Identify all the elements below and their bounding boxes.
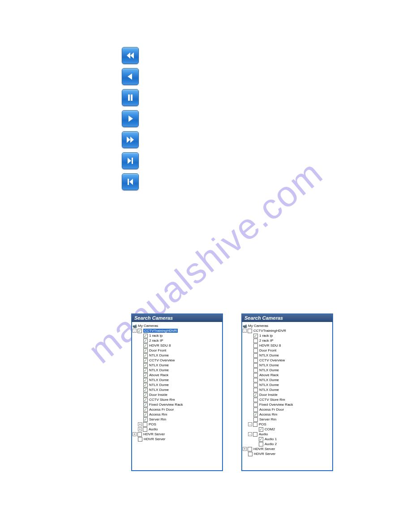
- tree-audio-node[interactable]: -Audio: [243, 432, 332, 437]
- tree-camera-item[interactable]: ✓CCTV Overview: [133, 358, 222, 363]
- fast-forward-button[interactable]: [122, 131, 139, 148]
- checkbox[interactable]: ✓: [143, 353, 148, 358]
- tree-camera-item[interactable]: ✓1 rack ip: [133, 333, 222, 338]
- tree-camera-item[interactable]: Access Fr Door: [243, 407, 332, 412]
- tree-camera-item[interactable]: NTLX Dome: [243, 353, 332, 358]
- checkbox[interactable]: [143, 427, 147, 432]
- expand-toggle-icon[interactable]: -: [248, 432, 252, 436]
- expand-toggle-icon[interactable]: +: [138, 427, 142, 431]
- checkbox[interactable]: [138, 437, 142, 442]
- checkbox[interactable]: [253, 343, 258, 348]
- checkbox[interactable]: [143, 422, 147, 427]
- expand-toggle-icon[interactable]: +: [243, 447, 247, 451]
- checkbox[interactable]: [253, 373, 258, 378]
- checkbox[interactable]: [253, 388, 258, 392]
- checkbox[interactable]: ✓: [143, 393, 148, 397]
- tree-camera-item[interactable]: ✓NTLX Dome: [133, 368, 222, 373]
- tree-pos-child[interactable]: ✓COM2: [243, 427, 332, 432]
- tree-server-node[interactable]: HDVR Server: [243, 451, 332, 456]
- checkbox[interactable]: ✓: [253, 334, 258, 338]
- tree-camera-item[interactable]: NTLX Dome: [243, 378, 332, 382]
- tree-camera-item[interactable]: Above Rack: [243, 373, 332, 378]
- tree-camera-item[interactable]: CCTV Store Rm: [243, 397, 332, 402]
- checkbox[interactable]: [253, 353, 258, 358]
- rewind-button[interactable]: [122, 47, 139, 64]
- checkbox[interactable]: ✓: [143, 417, 148, 422]
- checkbox[interactable]: [253, 408, 258, 412]
- checkbox[interactable]: ✓: [253, 412, 258, 417]
- checkbox[interactable]: [253, 422, 257, 427]
- tree-camera-item[interactable]: ✓Access Rm: [243, 412, 332, 417]
- expand-toggle-icon[interactable]: +: [138, 422, 142, 426]
- checkbox[interactable]: [248, 447, 252, 451]
- tree-camera-item[interactable]: ✓1 rack ip: [243, 333, 332, 338]
- checkbox[interactable]: [253, 358, 258, 363]
- tree-camera-item[interactable]: NTLX Dome: [243, 382, 332, 387]
- checkbox[interactable]: ✓: [143, 334, 148, 338]
- play-button[interactable]: [122, 110, 139, 127]
- checkbox[interactable]: [253, 432, 257, 437]
- checkbox[interactable]: [253, 363, 258, 368]
- checkbox[interactable]: ✓: [143, 343, 148, 348]
- checkbox[interactable]: [253, 339, 258, 343]
- tree-camera-item[interactable]: NTLX Dome: [243, 363, 332, 368]
- checkbox[interactable]: ✓: [253, 393, 258, 397]
- tree-server-node[interactable]: -CCTVTrainingHDVR: [243, 328, 332, 333]
- tree-camera-item[interactable]: ✓CCTV Store Rm: [133, 397, 222, 402]
- checkbox[interactable]: ✓: [143, 403, 148, 407]
- tree-camera-item[interactable]: NTLX Dome: [243, 368, 332, 373]
- checkbox[interactable]: [253, 348, 258, 353]
- tree-camera-item[interactable]: ✓Door Inside: [243, 392, 332, 397]
- checkbox[interactable]: [259, 442, 263, 446]
- checkbox[interactable]: [253, 368, 258, 373]
- checkbox[interactable]: ✓: [143, 363, 148, 368]
- expand-toggle-icon[interactable]: -: [248, 422, 252, 426]
- checkbox[interactable]: ✓: [143, 358, 148, 363]
- checkbox[interactable]: [248, 329, 252, 333]
- tree-camera-item[interactable]: 2 rack IP: [243, 338, 332, 343]
- tree-audio-child[interactable]: Audio 2: [243, 442, 332, 446]
- pause-button[interactable]: [122, 89, 139, 106]
- tree-server-node[interactable]: +HDVR Server: [133, 432, 222, 437]
- checkbox[interactable]: [248, 452, 253, 456]
- checkbox[interactable]: [253, 378, 258, 382]
- expand-toggle-icon[interactable]: -: [243, 329, 247, 333]
- tree-camera-item[interactable]: Door Front: [243, 348, 332, 353]
- tree-camera-item[interactable]: ✓HDVR SDU 8: [133, 343, 222, 348]
- checkbox[interactable]: ✓: [143, 388, 148, 392]
- checkbox[interactable]: ✓: [143, 408, 148, 412]
- checkbox[interactable]: [253, 398, 258, 402]
- tree-camera-item[interactable]: ✓NTLX Dome: [133, 363, 222, 368]
- skip-back-button[interactable]: [122, 173, 139, 190]
- checkbox[interactable]: ✓: [137, 329, 142, 333]
- tree-camera-item[interactable]: ✓NTLX Dome: [133, 378, 222, 382]
- tree-camera-item[interactable]: ✓Server Rm: [133, 417, 222, 422]
- step-back-button[interactable]: [122, 68, 139, 85]
- checkbox[interactable]: ✓: [259, 427, 263, 432]
- tree-root[interactable]: 📹My Cameras: [243, 323, 332, 328]
- tree-camera-item[interactable]: ✓NTLX Dome: [133, 382, 222, 387]
- tree-camera-item[interactable]: ✓Door Front: [133, 348, 222, 353]
- checkbox[interactable]: [253, 403, 258, 407]
- checkbox[interactable]: ✓: [143, 398, 148, 402]
- tree-pos-node[interactable]: -POS: [243, 422, 332, 427]
- tree-root[interactable]: 📹My Cameras: [133, 323, 222, 328]
- checkbox[interactable]: [253, 383, 258, 387]
- tree-camera-item[interactable]: ✓2 rack IP: [133, 338, 222, 343]
- tree-camera-item[interactable]: Fixed Overview Rack: [243, 402, 332, 407]
- skip-forward-button[interactable]: [122, 152, 139, 169]
- tree-camera-item[interactable]: ✓Above Rack: [133, 373, 222, 378]
- checkbox[interactable]: ✓: [143, 373, 148, 378]
- tree-audio-node[interactable]: +Audio: [133, 427, 222, 432]
- checkbox[interactable]: ✓: [143, 383, 148, 387]
- tree-camera-item[interactable]: CCTV Overview: [243, 358, 332, 363]
- tree-camera-item[interactable]: Server Rm: [243, 417, 332, 422]
- tree-camera-item[interactable]: NTLX Dome: [243, 387, 332, 392]
- tree-camera-item[interactable]: ✓Access Fr Door: [133, 407, 222, 412]
- tree-audio-child[interactable]: ✓Audio 1: [243, 437, 332, 442]
- tree-pos-node[interactable]: +POS: [133, 422, 222, 427]
- checkbox[interactable]: [253, 417, 258, 422]
- checkbox[interactable]: ✓: [143, 348, 148, 353]
- expand-toggle-icon[interactable]: -: [133, 329, 137, 333]
- tree-camera-item[interactable]: ✓NTLX Dome: [133, 387, 222, 392]
